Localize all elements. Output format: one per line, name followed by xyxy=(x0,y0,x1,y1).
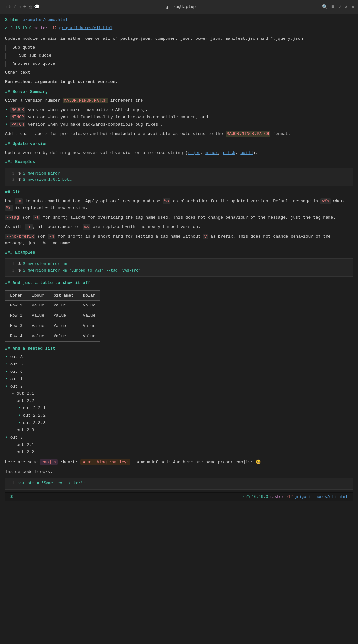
list-text: out 2.1 xyxy=(17,390,34,397)
table-row: Row 4 Value Value Value xyxy=(5,331,100,341)
list-item: –out 2.1 xyxy=(5,390,353,397)
scroll-down-icon[interactable]: ∨ xyxy=(338,4,341,10)
bullet-patch: • xyxy=(5,121,8,128)
update-patch-link[interactable]: patch xyxy=(223,150,235,155)
major-code: MAJOR xyxy=(10,107,25,113)
bullet: • xyxy=(5,369,8,375)
git-m-code: -m xyxy=(15,198,23,204)
branch-name: master xyxy=(34,26,47,30)
code-text-4: $ mversion minor -m 'Bumped to v%s' --ta… xyxy=(23,268,141,273)
menu-icon[interactable]: ≡ xyxy=(331,4,335,10)
code-block-3: 1 var str = 'Some text :cake:'; xyxy=(5,478,353,489)
line-num-5: 1 xyxy=(9,481,14,487)
bullet: • xyxy=(5,354,8,361)
chat-icon[interactable]: 💬 xyxy=(34,4,39,10)
blockquote-1: Sub quote xyxy=(5,45,353,51)
search-icon[interactable]: 🔍 xyxy=(322,4,328,10)
heading-examples1: ### Examples xyxy=(5,159,353,165)
terminal-window: ⊞ 5 / 5 + ⎘ 💬 grisa@laptop 🔍 ≡ ∨ ∧ ✕ $ h… xyxy=(0,0,358,644)
table-container: Lorem Ipsum Sit amet Dolar Row 1 Value V… xyxy=(5,290,353,342)
heading-examples1-text: ### Examples xyxy=(5,159,35,164)
git-bumped: are replaced with the newly bumped versi… xyxy=(90,224,200,229)
code-text-5: var str = 'Some text :cake:'; xyxy=(18,481,85,486)
git-tag-code: --tag xyxy=(5,215,20,220)
data-table: Lorem Ipsum Sit amet Dolar Row 1 Value V… xyxy=(5,290,100,342)
git-noprefix-code: --no-prefix xyxy=(5,234,35,239)
bullet: • xyxy=(18,413,21,419)
grid-icon: ⊞ xyxy=(4,4,6,10)
tab-count[interactable]: 5 / 5 xyxy=(9,5,21,9)
patch-code: PATCH xyxy=(10,122,25,127)
emojis-heart: :heart: xyxy=(58,460,80,464)
bottom-node: ⬡ 16.19.0 xyxy=(246,494,268,500)
patch-text: version when you make backwards-compatib… xyxy=(25,122,163,127)
split-icon[interactable]: ⎘ xyxy=(29,4,31,10)
list-text: out B xyxy=(10,361,23,368)
code-content-2: $ $ mversion 1.0.1-beta xyxy=(18,177,72,183)
line-num-4: 2 xyxy=(9,268,14,274)
update-comma1: , xyxy=(200,150,206,155)
emoji-face: 😀 xyxy=(256,460,261,464)
list-text: out 1 xyxy=(10,376,23,383)
table-header-dolar: Dolar xyxy=(78,290,100,301)
list-item: •out 2.2.1 xyxy=(5,405,353,412)
minor-code: MINOR xyxy=(10,114,25,120)
heading-table-text: ## And just a table to show it off xyxy=(5,280,90,285)
list-item: •out 1 xyxy=(5,376,353,383)
check-icon: ✓ xyxy=(5,26,7,30)
bottom-check: ✓ xyxy=(242,494,244,500)
table-cell: Value xyxy=(49,301,78,311)
some-thing-highlight: some thing :smiley: xyxy=(80,459,130,465)
terminal-content: $ html examples/demo.html ✓ ⬡ 16.19.0 ma… xyxy=(0,14,358,644)
bullet: • xyxy=(18,405,21,412)
bullet-dash: – xyxy=(12,449,14,456)
bullet: • xyxy=(5,361,8,368)
bottom-repo[interactable]: grigorii-horos/cli-html xyxy=(294,494,348,500)
table-cell: Value xyxy=(49,321,78,331)
table-row: Row 1 Value Value Value xyxy=(5,301,100,311)
heading-table: ## And just a table to show it off xyxy=(5,280,353,287)
update-build-link[interactable]: build xyxy=(240,150,253,155)
list-item: •out 3 xyxy=(5,434,353,441)
scroll-up-icon[interactable]: ∧ xyxy=(345,4,347,10)
code-line-1: 1 $ $ mversion minor xyxy=(9,171,349,177)
semver-intro-text: Given a version number xyxy=(5,98,63,103)
bottom-right: ✓ ⬡ 16.19.0 master →12 grigorii-horos/cl… xyxy=(242,494,348,500)
table-cell: Value xyxy=(78,321,100,331)
update-comma3: , xyxy=(235,150,241,155)
list-text: out C xyxy=(10,369,23,375)
heading-nested-text: ## And a nested list xyxy=(5,346,55,351)
list-item-patch: • PATCH version when you make backwards-… xyxy=(5,121,353,128)
semver-intro: Given a version number MAJOR.MINOR.PATCH… xyxy=(5,97,353,104)
code-line-3: 1 $ $ mversion minor -m xyxy=(9,261,349,267)
code-line-4: 2 $ $ mversion minor -m 'Bumped to v%s' … xyxy=(9,268,349,274)
repo-link[interactable]: grigorii-horos/cli-html xyxy=(59,26,112,30)
update-major-link[interactable]: major xyxy=(188,150,200,155)
table-cell: Row 3 xyxy=(5,321,27,331)
code-line-2: 2 $ $ mversion 1.0.1-beta xyxy=(9,177,349,183)
heading-semver-text: ## Semver Summary xyxy=(5,89,48,94)
bullet-dash: – xyxy=(12,442,14,448)
git-tag-post: for short) allows for overriding the tag… xyxy=(40,215,336,220)
status-line: ✓ ⬡ 16.19.0 master →12 grigorii-horos/cl… xyxy=(5,25,353,31)
update-minor-link[interactable]: minor xyxy=(205,150,218,155)
list-item: •out 2.2.3 xyxy=(5,420,353,427)
new-tab-button[interactable]: + xyxy=(23,4,26,10)
close-icon[interactable]: ✕ xyxy=(352,4,354,10)
git-v-code: v xyxy=(203,234,208,239)
list-item: –out 2.2 xyxy=(5,449,353,456)
list-item: –out 2.1 xyxy=(5,442,353,448)
blockquote1-text: Sub quote xyxy=(13,45,35,50)
prompt-dollar: $ xyxy=(5,17,8,22)
title-bar: ⊞ 5 / 5 + ⎘ 💬 grisa@laptop 🔍 ≡ ∨ ∧ ✕ xyxy=(0,0,358,14)
bullet: • xyxy=(5,376,8,383)
heading-examples2-text: ### Examples xyxy=(5,250,35,255)
code-content-5: var str = 'Some text :cake:'; xyxy=(18,481,85,487)
table-cell: Row 2 xyxy=(5,311,27,321)
list-text: out 2.2.2 xyxy=(23,413,46,419)
inside-code-text: Inside code blocks: xyxy=(5,469,53,474)
list-text: out A xyxy=(10,354,23,361)
list-text: out 2.2.1 xyxy=(23,405,46,412)
list-text: out 2.3 xyxy=(17,427,34,434)
git-noprefix-or: (or xyxy=(35,234,48,239)
